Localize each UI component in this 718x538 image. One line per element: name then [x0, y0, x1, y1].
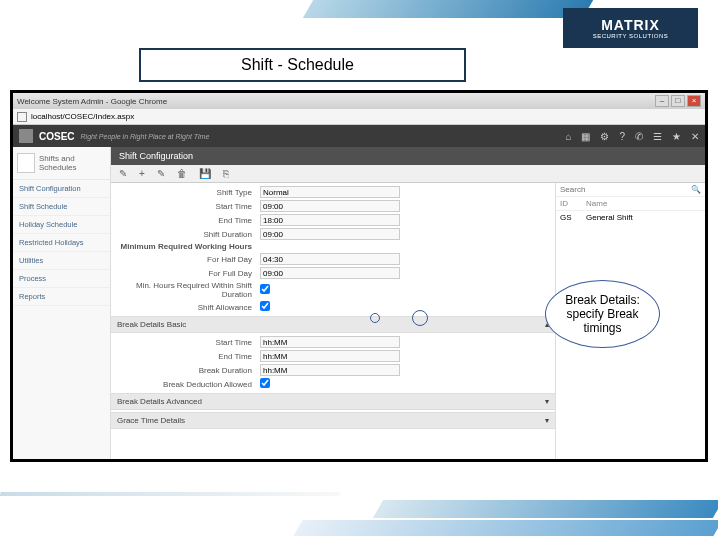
sidebar-item-shift-configuration[interactable]: Shift Configuration — [13, 180, 110, 198]
minimize-button[interactable]: – — [655, 95, 669, 107]
app-header: COSEC Right People in Right Place at Rig… — [13, 125, 705, 147]
min-required-label: Min. Hours Required Within Shift Duratio… — [115, 281, 260, 299]
form-left: Shift Type Start Time End Time Shift Dur… — [111, 183, 555, 459]
min-required-checkbox[interactable] — [260, 284, 270, 294]
close-button[interactable]: × — [687, 95, 701, 107]
toolbar-new-icon[interactable]: ✎ — [119, 168, 127, 179]
brand-tagline: Right People in Right Place at Right Tim… — [81, 133, 210, 140]
sidebar-item-reports[interactable]: Reports — [13, 288, 110, 306]
full-day-label: For Full Day — [115, 269, 260, 278]
header-icons: ⌂ ▦ ⚙ ? ✆ ☰ ★ ✕ — [565, 131, 699, 142]
star-icon[interactable]: ★ — [672, 131, 681, 142]
toolbar-save-icon[interactable]: 💾 — [199, 168, 211, 179]
grace-time-section[interactable]: Grace Time Details▾ — [111, 412, 555, 429]
grid-icon[interactable]: ▦ — [581, 131, 590, 142]
sidebar-item-process[interactable]: Process — [13, 270, 110, 288]
user-icon[interactable]: ☰ — [653, 131, 662, 142]
break-start-input[interactable] — [260, 336, 400, 348]
callout-bubble: Break Details: specify Break timings — [545, 280, 660, 348]
brand-logo-icon — [19, 129, 33, 143]
toolbar-edit-icon[interactable]: ✎ — [157, 168, 165, 179]
decorative-stripe-bottom-1 — [373, 500, 718, 518]
shift-duration-label: Shift Duration — [115, 230, 260, 239]
home-icon[interactable]: ⌂ — [565, 131, 571, 142]
question-icon[interactable]: ? — [619, 131, 625, 142]
start-time-label: Start Time — [115, 202, 260, 211]
break-basic-section[interactable]: Break Details Basic▴ — [111, 316, 555, 333]
browser-window: Welcome System Admin - Google Chrome – □… — [10, 90, 708, 462]
break-duration-input[interactable] — [260, 364, 400, 376]
break-end-label: End Time — [115, 352, 260, 361]
module-header[interactable]: Shifts and Schedules — [13, 147, 110, 180]
search-icon[interactable]: 🔍 — [691, 185, 701, 194]
shift-allowance-label: Shift Allowance — [115, 303, 260, 312]
end-time-label: End Time — [115, 216, 260, 225]
break-advanced-section[interactable]: Break Details Advanced▾ — [111, 393, 555, 410]
url-text: localhost/COSEC/Index.aspx — [31, 112, 134, 121]
matrix-logo: MATRIX SECURITY SOLUTIONS — [563, 8, 698, 48]
shift-allowance-checkbox[interactable] — [260, 301, 270, 311]
break-duration-label: Break Duration — [115, 366, 260, 375]
gear-icon[interactable]: ⚙ — [600, 131, 609, 142]
shift-type-input[interactable] — [260, 186, 400, 198]
list-header: ID Name — [556, 197, 705, 211]
power-icon[interactable]: ✕ — [691, 131, 699, 142]
break-start-label: Start Time — [115, 338, 260, 347]
brand-area: COSEC Right People in Right Place at Rig… — [19, 129, 209, 143]
shift-type-label: Shift Type — [115, 188, 260, 197]
col-name: Name — [586, 199, 607, 208]
min-hours-heading: Minimum Required Working Hours — [115, 242, 260, 251]
maximize-button[interactable]: □ — [671, 95, 685, 107]
break-deduct-label: Break Deduction Allowed — [115, 380, 260, 389]
chevron-down-icon: ▾ — [545, 416, 549, 425]
break-deduct-checkbox[interactable] — [260, 378, 270, 388]
sidebar-item-shift-schedule[interactable]: Shift Schedule — [13, 198, 110, 216]
end-time-input[interactable] — [260, 214, 400, 226]
annotation-circle-medium — [412, 310, 428, 326]
toolbar-copy-icon[interactable]: ⎘ — [223, 168, 229, 179]
search-row: 🔍 — [556, 183, 705, 197]
row-id: GS — [560, 213, 586, 222]
phone-icon[interactable]: ✆ — [635, 131, 643, 142]
module-icon — [17, 153, 35, 173]
slide-title: Shift - Schedule — [139, 48, 466, 82]
logo-name: MATRIX — [601, 17, 660, 33]
logo-sub: SECURITY SOLUTIONS — [593, 33, 669, 39]
url-bar: localhost/COSEC/Index.aspx — [13, 109, 705, 125]
annotation-circle-small — [370, 313, 380, 323]
panel-title: Shift Configuration — [111, 147, 705, 165]
brand-name: COSEC — [39, 131, 75, 142]
half-day-input[interactable] — [260, 253, 400, 265]
sidebar-item-restricted-holidays[interactable]: Restricted Holidays — [13, 234, 110, 252]
break-end-input[interactable] — [260, 350, 400, 362]
decorative-stripe-bottom-2 — [293, 520, 718, 536]
toolbar-plus-icon[interactable]: + — [139, 168, 145, 179]
list-item[interactable]: GS General Shift — [556, 211, 705, 224]
search-input[interactable] — [560, 185, 691, 194]
window-controls: – □ × — [655, 95, 701, 107]
row-name: General Shift — [586, 213, 633, 222]
page-icon — [17, 112, 27, 122]
toolbar-delete-icon[interactable]: 🗑 — [177, 168, 187, 179]
sidebar: Shifts and Schedules Shift Configuration… — [13, 147, 111, 459]
sidebar-item-utilities[interactable]: Utilities — [13, 252, 110, 270]
window-title: Welcome System Admin - Google Chrome — [17, 97, 167, 106]
decorative-stripe-top — [303, 0, 593, 18]
chevron-down-icon: ▾ — [545, 397, 549, 406]
half-day-label: For Half Day — [115, 255, 260, 264]
callout-text: Break Details: specify Break timings — [545, 280, 660, 348]
col-id: ID — [560, 199, 586, 208]
toolbar: ✎ + ✎ 🗑 💾 ⎘ — [111, 165, 705, 183]
full-day-input[interactable] — [260, 267, 400, 279]
start-time-input[interactable] — [260, 200, 400, 212]
shift-duration-input[interactable] — [260, 228, 400, 240]
decorative-line-bottom — [0, 492, 341, 496]
sidebar-item-holiday-schedule[interactable]: Holiday Schedule — [13, 216, 110, 234]
chrome-title-bar: Welcome System Admin - Google Chrome – □… — [13, 93, 705, 109]
module-label: Shifts and Schedules — [39, 154, 106, 172]
